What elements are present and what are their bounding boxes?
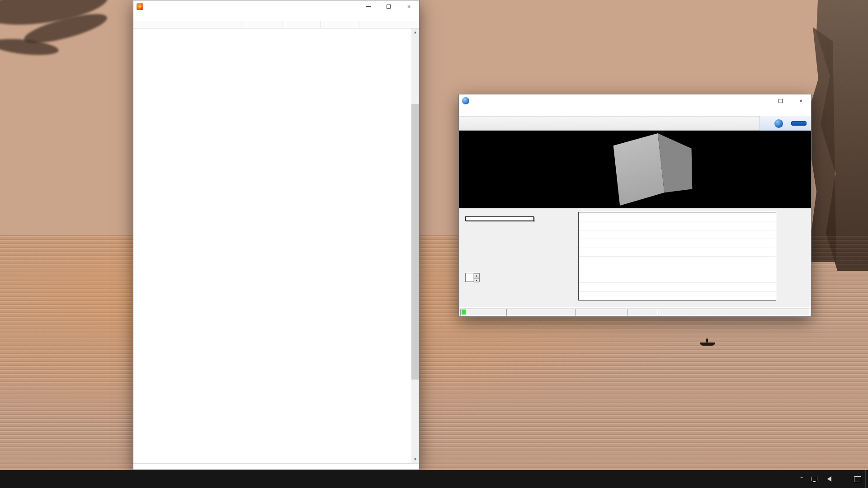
scroll-down-icon[interactable]: ▼ xyxy=(411,455,419,463)
right-axis-ticks xyxy=(776,212,793,300)
status-fps xyxy=(627,309,658,316)
hwmonitor-menubar xyxy=(133,12,419,21)
heavyload-titlebar[interactable]: × xyxy=(459,94,811,107)
heavyload-lower-panel: ▲▼ xyxy=(459,208,811,307)
maximize-button[interactable] xyxy=(378,0,399,12)
stepper-down-icon[interactable]: ▼ xyxy=(474,278,479,283)
heavyload-toolbar xyxy=(459,116,811,131)
maximize-button[interactable] xyxy=(770,94,791,107)
scroll-up-icon[interactable]: ▲ xyxy=(411,28,419,36)
column-header-sensor[interactable] xyxy=(133,21,241,28)
status-cpu-usage xyxy=(575,309,626,316)
system-tray: ⌃ xyxy=(796,470,868,488)
scrollbar-track[interactable] xyxy=(411,36,419,455)
update-interval-stepper[interactable]: ▲▼ xyxy=(465,273,480,282)
minimize-button[interactable] xyxy=(358,0,378,12)
status-memory-free xyxy=(506,309,574,316)
left-axis-ticks xyxy=(557,212,578,300)
tray-chevron-icon[interactable]: ⌃ xyxy=(796,470,807,488)
heavyload-window: × xyxy=(458,94,811,317)
clock[interactable] xyxy=(843,470,850,488)
show-desktop-button[interactable] xyxy=(865,470,868,488)
chart-legend xyxy=(465,216,534,221)
stepper-up-icon[interactable]: ▲ xyxy=(474,273,479,278)
scrollbar-thumb[interactable] xyxy=(411,104,419,380)
load-chart xyxy=(551,212,799,300)
language-indicator[interactable] xyxy=(835,470,842,488)
right-axis-title xyxy=(793,212,799,300)
status-hint xyxy=(659,309,810,316)
minimize-button[interactable] xyxy=(750,94,770,107)
column-header-max[interactable] xyxy=(321,21,359,28)
hwmonitor-app-icon: ⚡ xyxy=(137,3,143,10)
column-header-value[interactable] xyxy=(241,21,283,28)
update-interval-value[interactable] xyxy=(466,273,473,282)
status-bar xyxy=(133,463,419,469)
render-cube xyxy=(612,133,694,206)
column-header-min[interactable] xyxy=(283,21,321,28)
network-icon[interactable] xyxy=(808,470,821,488)
treesize-ad-banner xyxy=(760,116,811,131)
left-axis-title xyxy=(551,212,557,300)
taskbar: ⌃ xyxy=(0,470,868,488)
volume-icon[interactable] xyxy=(821,470,835,488)
download-button[interactable] xyxy=(791,121,807,126)
scrollbar[interactable]: ▲ ▼ xyxy=(411,28,419,463)
close-button[interactable]: × xyxy=(791,94,811,107)
action-center-icon[interactable] xyxy=(851,470,864,488)
chart-plot-area xyxy=(578,212,776,300)
boat-decoration xyxy=(700,343,715,346)
heavyload-menubar xyxy=(459,107,811,116)
heavyload-status-bar xyxy=(459,307,811,316)
hwmonitor-titlebar[interactable]: ⚡ × xyxy=(133,0,419,12)
gpu-test-viewport xyxy=(459,131,811,208)
close-button[interactable]: × xyxy=(399,0,419,12)
hwmonitor-window: ⚡ × ▲ xyxy=(133,0,420,470)
status-progress xyxy=(460,309,505,316)
heavyload-app-icon xyxy=(462,97,469,104)
progress-fill xyxy=(462,310,466,314)
sensor-table xyxy=(133,28,411,463)
treesize-logo-icon xyxy=(774,119,783,128)
table-header xyxy=(133,21,419,28)
desktop-screen: ⚡ × ▲ xyxy=(0,0,868,488)
